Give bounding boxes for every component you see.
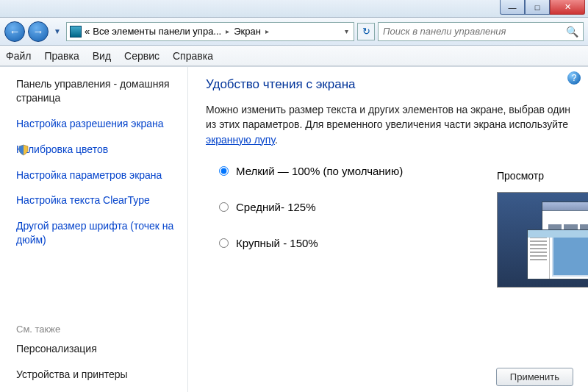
radio-medium[interactable] [219,202,229,212]
preview-monitor-front [527,229,588,279]
location-icon [70,26,82,38]
breadcrumb-sep-icon: ▸ [224,27,231,35]
refresh-button[interactable]: ↻ [357,23,375,40]
help-icon[interactable]: ? [567,71,581,85]
preview-label: Просмотр [497,170,544,182]
see-also-label: См. также [16,324,179,335]
menu-file[interactable]: Файл [6,50,31,62]
sidebar-item-display-params[interactable]: Настройка параметров экрана [16,168,179,182]
breadcrumb-chevrons: « [85,26,90,37]
sidebar-item-dpi[interactable]: Другой размер шрифта (точек на дюйм) [16,219,179,247]
preview-image [497,192,588,288]
description-text: Можно изменить размер текста и других эл… [206,102,573,147]
address-bar[interactable]: « Все элементы панели упра... ▸ Экран ▸ … [66,22,354,41]
option-medium-label: Средний- 125% [236,201,316,213]
menu-view[interactable]: Вид [93,50,111,62]
sidebar-devices[interactable]: Устройства и принтеры [16,368,179,382]
desc-dot: . [275,134,278,146]
menu-help[interactable]: Справка [173,50,213,62]
breadcrumb-1[interactable]: Все элементы панели упра... [93,26,221,37]
breadcrumb-2[interactable]: Экран [234,26,261,37]
menu-bar: Файл Правка Вид Сервис Справка [0,46,588,66]
option-large-label: Крупный - 150% [236,237,318,249]
sidebar: Панель управления - домашняя страница На… [0,67,188,392]
search-input[interactable] [383,26,566,37]
menu-service[interactable]: Сервис [124,50,159,62]
option-small-label: Мелкий — 100% (по умолчанию) [236,165,403,177]
shield-icon [18,144,29,156]
minimize-button[interactable]: — [500,0,525,15]
page-title: Удобство чтения с экрана [206,77,573,92]
address-dropdown-icon[interactable]: ▾ [343,27,351,35]
breadcrumb-sep-icon: ▸ [264,27,270,35]
content-area: Панель управления - домашняя страница На… [0,66,588,392]
sidebar-item-calibrate[interactable]: Калибровка цветов [16,143,179,157]
main-panel: ? Удобство чтения с экрана Можно изменит… [188,67,588,392]
back-button[interactable]: ← [4,21,25,42]
titlebar: — □ ✕ [0,0,588,18]
radio-small[interactable] [219,166,229,176]
forward-button[interactable]: → [28,21,49,42]
desc-text: Можно изменить размер текста и других эл… [206,104,570,130]
maximize-button[interactable]: □ [525,0,550,15]
navigation-bar: ← → ▼ « Все элементы панели упра... ▸ Эк… [0,18,588,46]
magnifier-link[interactable]: экранную лупу [206,134,275,146]
nav-history-dropdown[interactable]: ▼ [51,24,63,39]
menu-edit[interactable]: Правка [44,50,79,62]
sidebar-item-cleartype[interactable]: Настройка текста ClearType [16,193,179,207]
sidebar-home[interactable]: Панель управления - домашняя страница [16,77,179,105]
radio-large[interactable] [219,238,229,248]
sidebar-item-resolution[interactable]: Настройка разрешения экрана [16,117,179,131]
apply-button[interactable]: Применить [496,368,573,386]
sidebar-personalization[interactable]: Персонализация [16,342,179,356]
close-button[interactable]: ✕ [550,0,585,15]
search-icon[interactable]: 🔍 [566,26,578,38]
search-box[interactable]: 🔍 [378,22,584,41]
